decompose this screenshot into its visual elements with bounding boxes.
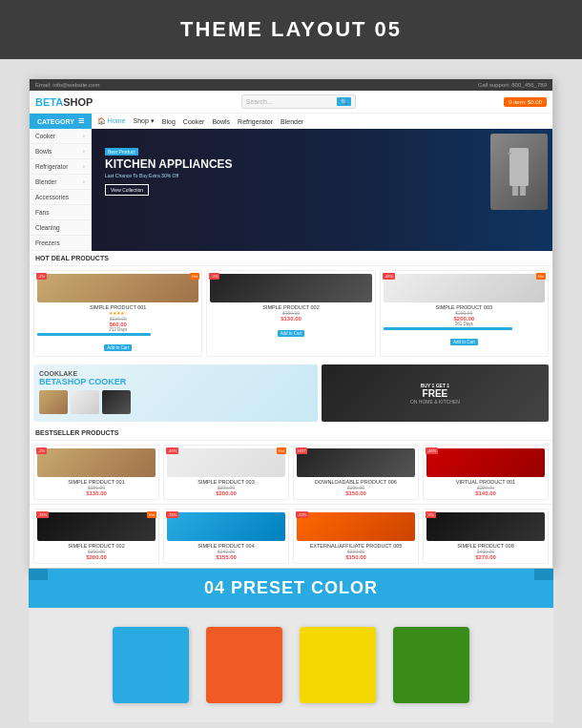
nav-refrigerator[interactable]: Refrigerator [238, 118, 273, 125]
nav-bowls[interactable]: Bowls [212, 118, 230, 125]
cart-button[interactable]: 0 item: $0.00 [504, 97, 547, 107]
sidebar-item-fans[interactable]: Fans [30, 205, 91, 220]
sidebar-item-freezers[interactable]: Freezers [30, 236, 91, 251]
promo-img-3 [102, 390, 131, 414]
bs-price-3: $150.00 [297, 490, 415, 496]
nav-cooker[interactable]: Cooker [183, 118, 205, 125]
bs-img-8 [426, 512, 545, 541]
sidebar-item-refrigerator[interactable]: Refrigerator› [30, 159, 91, 175]
banner-subtitle: Last Chance To Buy Extra 30% Off [105, 173, 539, 178]
banner-image [490, 134, 548, 210]
bs-badge-4: -46% [426, 447, 438, 454]
search-btn[interactable]: 🔍 [337, 97, 351, 106]
category-label: CATEGORY [37, 118, 74, 125]
bs-card-1: -2% SIMPLE PRODUCT 001 $150.00 $130.00 [33, 445, 159, 500]
site-topbar: Email: info@website.com Call support: 80… [30, 79, 552, 91]
product-image-1 [37, 274, 198, 302]
promo-img-2 [71, 390, 99, 414]
hot-deals-label: HOT DEAL PRODUCTS [30, 251, 552, 266]
hero-banner: Best Product KITCHEN APPLIANCES Last Cha… [92, 129, 552, 251]
swatch-blue[interactable] [113, 627, 189, 703]
bs-badge-5: -36% [36, 511, 49, 518]
site-body: Cooker› Bowls› Refrigerator› Blender› Ac… [30, 129, 552, 251]
bs-price-1: $130.00 [37, 490, 156, 496]
product-image-3 [384, 274, 545, 302]
bs-card-4: -46% VIRTUAL PRODUCT 001 $290.00 $140.00 [423, 445, 549, 500]
nav-blog[interactable]: Blog [162, 118, 176, 125]
swatch-orange[interactable] [206, 627, 282, 703]
bs-badge-7: -42% [296, 511, 308, 518]
promo-free: FREE [410, 388, 460, 399]
bs-img-4 [426, 448, 545, 477]
timer-bar-3 [384, 327, 512, 330]
logo-text: BET [35, 96, 55, 108]
promo-right: BUY 1 GET 1 FREE ON HOME & KITCHEN [322, 364, 549, 422]
sidebar-item-bowls[interactable]: Bowls› [30, 144, 91, 159]
promo-products [39, 390, 312, 416]
bs-badge-1: -2% [36, 447, 47, 454]
hot-deal-card-1: -2% Hot SIMPLE PRODUCT 001 ★★★★☆ $120.00… [33, 270, 202, 357]
menu-icon: ☰ [78, 117, 84, 125]
svg-rect-2 [520, 186, 526, 196]
promo-img-1 [39, 390, 68, 414]
nav-home[interactable]: 🏠 Home [97, 117, 126, 125]
bs-img-2 [167, 448, 285, 477]
bs-card-5: -36% Hot SIMPLE PRODUCT 002 $290.00 $200… [33, 509, 159, 564]
bs-price-6: $155.00 [167, 554, 285, 560]
promo-left: COOKLAKE BETASHOP COOKER [33, 364, 318, 422]
promo-strip: COOKLAKE BETASHOP COOKER BUY 1 GET 1 FRE… [30, 361, 552, 426]
bs-img-3 [297, 448, 415, 477]
bestseller-label: BESTSELLER PRODUCTS [30, 426, 552, 441]
swatch-green[interactable] [393, 627, 469, 703]
badge-discount-3: -46% [383, 273, 395, 280]
site-nav: BETASHOP Search... 🔍 0 item: $0.00 [30, 91, 552, 114]
svg-rect-3 [508, 153, 511, 155]
topbar-email: Email: info@website.com [35, 82, 99, 88]
add-to-cart-2[interactable]: Add to Cart [278, 330, 305, 337]
badge-discount: -2% [36, 273, 47, 280]
category-button[interactable]: CATEGORY ☰ [30, 114, 92, 129]
swatch-yellow[interactable] [300, 627, 376, 703]
promo-free-sub: ON HOME & KITCHEN [410, 399, 460, 405]
svg-rect-0 [509, 148, 529, 186]
sidebar-item-cleaning[interactable]: Cleaning [30, 220, 91, 236]
topbar-phone: Call support: 800_456_789 [478, 82, 547, 88]
bs-img-5 [37, 512, 156, 541]
banner-tag: Best Product [105, 148, 138, 156]
bs-card-7: -42% EXTERNAL/AFFILIATE PRODUCT 005 $200… [293, 509, 419, 564]
sidebar: Cooker› Bowls› Refrigerator› Blender› Ac… [30, 129, 92, 251]
timer-bar-1 [37, 333, 151, 336]
main-nav: 🏠 Home Shop ▾ Blog Cooker Bowls Refriger… [92, 114, 309, 129]
promo-left-title: COOKLAKE [39, 370, 312, 377]
bs-hot-2: Hot [277, 447, 286, 454]
bs-img-1 [37, 448, 156, 477]
bs-badge-3: HOT [296, 447, 307, 454]
bs-price-4: $140.00 [426, 490, 545, 496]
sidebar-item-cooker[interactable]: Cooker› [30, 129, 91, 144]
nav-shop[interactable]: Shop ▾ [134, 117, 155, 125]
sidebar-item-blender[interactable]: Blender› [30, 175, 91, 190]
nav-blender[interactable]: Blender [281, 118, 303, 125]
banner-cta[interactable]: View Collection [105, 184, 149, 196]
page-header: THEME LAYOUT 05 [0, 0, 582, 59]
bs-badge-8: -6% [426, 511, 436, 518]
bs-badge-2: -46% [166, 447, 178, 454]
bestseller-row-2: -36% Hot SIMPLE PRODUCT 002 $290.00 $200… [30, 504, 552, 568]
add-to-cart-3[interactable]: Add to Cart [450, 339, 478, 345]
bestseller-row-1: -2% SIMPLE PRODUCT 001 $150.00 $130.00 -… [30, 441, 552, 504]
preset-color-ribbon: 04 PRESET COLOR [29, 569, 553, 608]
badge-hot-3: Hot [536, 273, 546, 280]
screenshot-frame: Email: info@website.com Call support: 80… [29, 78, 553, 569]
main-area: Email: info@website.com Call support: 80… [0, 59, 582, 728]
hot-deal-card-2: -2% SIMPLE PRODUCT 002 $150.00 $130.00 A… [206, 270, 375, 357]
svg-rect-1 [512, 186, 518, 196]
search-bar[interactable]: Search... 🔍 [241, 94, 356, 109]
add-to-cart-1[interactable]: Add to Cart [104, 344, 132, 351]
sidebar-item-accessories[interactable]: Accessories [30, 190, 91, 205]
bs-badge-6: -36% [166, 511, 178, 518]
search-placeholder: Search... [246, 98, 337, 105]
badge-discount-2: -2% [209, 273, 219, 280]
page-title: THEME LAYOUT 05 [0, 17, 582, 42]
site-logo: BETASHOP [35, 96, 93, 108]
bs-card-2: -46% Hot SIMPLE PRODUCT 003 $290.00 $200… [163, 445, 289, 500]
